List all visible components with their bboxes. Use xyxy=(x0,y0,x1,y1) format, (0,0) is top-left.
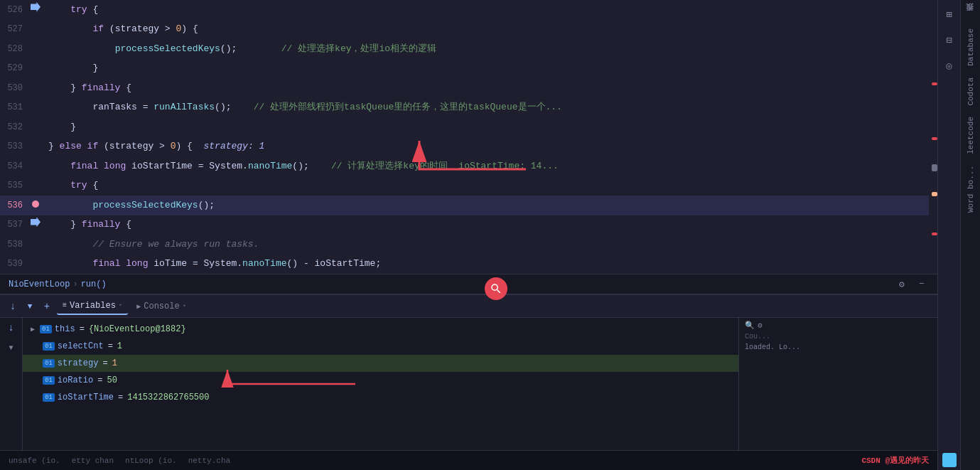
var-name-this: this xyxy=(55,324,75,334)
debug-right-status: loaded. Lo... xyxy=(745,343,932,351)
table-row: 537 } finally { xyxy=(0,215,929,235)
line-number: 528 xyxy=(0,39,28,59)
sidebar-icon-1[interactable]: ⊞ xyxy=(941,6,958,23)
table-row: 529 } xyxy=(0,59,929,79)
status-right: CSDN @遇见的昨天 xyxy=(861,455,929,466)
line-gutter xyxy=(28,20,43,40)
tab-connect[interactable]: 连接 xyxy=(962,0,979,11)
debug-panel: ↓ ▼ + ≡ Variables • ▶ Console • ↓ xyxy=(0,294,937,450)
csdn-badge: CSDN @遇见的昨天 xyxy=(861,455,929,466)
line-number: 536 xyxy=(0,196,28,215)
var-value-strategy: 1 xyxy=(112,358,117,368)
expand-this[interactable]: ▶ xyxy=(28,325,37,333)
tab-wordbo[interactable]: Word bo... xyxy=(964,160,978,218)
line-code-highlighted: processSelectedKeys(); xyxy=(43,196,929,215)
line-gutter-breakpoint[interactable] xyxy=(28,196,43,215)
var-name-selectcnt: selectCnt xyxy=(58,341,104,351)
var-eq-selectcnt: = xyxy=(108,341,113,351)
scroll-thumb[interactable] xyxy=(932,164,937,171)
loaded-label: loaded. Lo... xyxy=(745,343,800,351)
tab-codota[interactable]: Codota xyxy=(964,72,978,112)
var-item-strategy: 01 strategy = 1 xyxy=(23,355,738,372)
line-number: 532 xyxy=(0,117,28,137)
table-row: 534 final long ioStartTime = System.nano… xyxy=(0,156,929,176)
var-name-strategy: strategy xyxy=(58,358,99,368)
breadcrumb-bar: NioEventLoop › run() ⚙ − xyxy=(0,274,937,294)
minimize-icon[interactable]: − xyxy=(915,277,929,292)
line-gutter xyxy=(28,59,43,79)
line-code: } xyxy=(43,59,929,79)
scroll-mark-3 xyxy=(932,192,937,196)
console-tab-pin: • xyxy=(183,303,186,310)
debug-down-btn[interactable]: ↓ xyxy=(6,299,20,314)
line-number: 535 xyxy=(0,176,28,196)
line-code: } xyxy=(43,117,929,137)
bottom-left-label: unsafe (io. xyxy=(9,456,60,465)
var-item-selectcnt: 01 selectCnt = 1 xyxy=(23,338,738,355)
line-code: processSelectedKeys(); // 处理选择key，处理io相关… xyxy=(43,39,929,59)
bottom-loop-label: ntLoop (io. xyxy=(125,456,177,465)
line-code: try { xyxy=(43,176,929,196)
code-scrollbar[interactable] xyxy=(929,0,937,274)
table-row: 526 try { xyxy=(0,0,929,20)
line-gutter xyxy=(28,255,43,274)
line-gutter xyxy=(28,137,43,157)
line-number: 534 xyxy=(0,156,28,176)
debug-right-labels: Cou... xyxy=(745,333,932,341)
sidebar-icon-2[interactable]: ⊟ xyxy=(941,31,958,48)
line-code: // Ensure we always run tasks. xyxy=(43,235,929,255)
debug-add-btn[interactable]: + xyxy=(40,299,54,314)
line-gutter xyxy=(28,39,43,59)
tab-console[interactable]: ▶ Console • xyxy=(131,299,192,314)
table-row: 535 try { xyxy=(0,176,929,196)
table-row: 538 // Ensure we always run tasks. xyxy=(0,235,929,255)
line-number: 539 xyxy=(0,255,28,274)
table-row: 539 final long ioTime = System.nanoTime(… xyxy=(0,255,929,274)
breadcrumb-class: NioEventLoop xyxy=(9,279,70,289)
breadcrumb-method: run() xyxy=(81,279,107,289)
table-row: 528 processSelectedKeys(); // 处理选择key，处理… xyxy=(0,39,929,59)
tab-leetcode[interactable]: leetcode xyxy=(964,111,978,160)
settings-icon[interactable]: ⚙ xyxy=(895,277,909,292)
var-value-ioratio: 50 xyxy=(107,375,117,385)
step-into-btn[interactable]: ↓ xyxy=(4,321,18,335)
variables-tab-pin: • xyxy=(119,302,122,309)
line-number: 531 xyxy=(0,98,28,118)
var-value-this: {NioEventLoop@1882} xyxy=(89,324,186,334)
settings-icon-small[interactable]: ⚙ xyxy=(758,321,763,330)
var-name-ioratio: ioRatio xyxy=(58,375,93,385)
tab-variables[interactable]: ≡ Variables • xyxy=(57,298,128,315)
count-label: Cou... xyxy=(745,333,770,341)
variables-tab-label: Variables xyxy=(70,301,116,311)
code-editor: 526 try { 527 if (strategy > 0) { xyxy=(0,0,929,274)
scroll-mark-2 xyxy=(932,137,937,140)
search-icon-small[interactable]: 🔍 xyxy=(745,321,755,330)
table-row: 533 } else if (strategy > 0) { strategy:… xyxy=(0,137,929,157)
line-number: 530 xyxy=(0,78,28,98)
bottom-netty-label: netty.cha xyxy=(188,456,230,465)
sidebar-icon-3[interactable]: ◎ xyxy=(941,57,958,74)
variables-tab-icon: ≡ xyxy=(63,301,67,309)
codota-badge[interactable] xyxy=(942,453,957,467)
line-number: 538 xyxy=(0,235,28,255)
var-item-ioratio: 01 ioRatio = 50 xyxy=(23,372,738,389)
var-eq-ioratio: = xyxy=(97,375,102,385)
far-right-panel: 连接 投票 Database Codota leetcode Word bo..… xyxy=(960,0,980,470)
type-badge-iostarttime: 01 xyxy=(43,393,55,402)
console-tab-label: Console xyxy=(144,301,179,311)
var-eq-iostarttime: = xyxy=(118,392,123,402)
debug-filter-btn[interactable]: ▼ xyxy=(23,299,37,314)
execution-arrow xyxy=(31,2,41,12)
debug-action-panel: ↓ ▼ xyxy=(0,318,23,450)
line-gutter xyxy=(28,0,43,20)
type-badge-ioratio: 01 xyxy=(43,376,55,385)
search-fab-button[interactable] xyxy=(485,277,507,300)
line-code: } finally { xyxy=(43,78,929,98)
debug-right-panel: 🔍 ⚙ Cou... loaded. Lo... xyxy=(738,318,937,450)
tab-vote[interactable]: 投票 xyxy=(962,11,979,23)
var-item-this: ▶ 01 this = {NioEventLoop@1882} xyxy=(23,321,738,338)
step-filter-btn[interactable]: ▼ xyxy=(4,341,18,355)
line-number: 529 xyxy=(0,59,28,79)
var-eq-strategy: = xyxy=(102,358,107,368)
tab-database[interactable]: Database xyxy=(964,23,978,72)
